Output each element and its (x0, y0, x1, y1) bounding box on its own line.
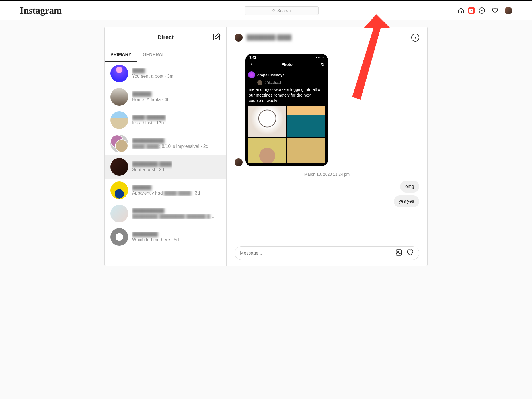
conversation-preview: Which led me here · 5d (132, 237, 179, 242)
message-timestamp: March 10, 2020 11:24 pm (235, 172, 419, 177)
messages-area: 8:42 ▪ ᯤ ▯ 〈 Photo ↻ grapejuiceboys ⋯ (227, 48, 427, 241)
direct-container: Direct PRIMARY GENERAL ████ You sent a p… (104, 27, 428, 266)
conversation-item[interactable]: ██████ Apparently had ████ ████ · 3d (105, 179, 226, 202)
incoming-message: 8:42 ▪ ᯤ ▯ 〈 Photo ↻ grapejuiceboys ⋯ (235, 54, 419, 166)
grid-image (287, 138, 325, 163)
conversation-preview: You sent a post · 3m (132, 74, 173, 79)
activity-heart-icon[interactable] (492, 7, 498, 14)
home-icon[interactable] (457, 7, 464, 14)
message-input[interactable] (240, 251, 391, 256)
post-reply-line: @ikasliwal (245, 80, 328, 87)
search-icon (272, 9, 276, 12)
conversation-panel: Direct PRIMARY GENERAL ████ You sent a p… (105, 27, 227, 266)
post-image-grid (245, 106, 328, 166)
message-input-pill[interactable] (235, 246, 419, 260)
chat-avatar[interactable] (235, 34, 243, 42)
instagram-logo[interactable]: Instagram (20, 5, 105, 16)
back-chevron-icon: 〈 (249, 62, 253, 67)
tab-general[interactable]: GENERAL (137, 48, 171, 62)
conversation-preview: Apparently had ████ ████ · 3d (132, 191, 200, 196)
phone-time: 8:42 (249, 56, 256, 60)
conversation-name: ████ (132, 68, 173, 73)
reply-avatar (257, 80, 262, 85)
refresh-icon: ↻ (321, 62, 324, 67)
avatar (110, 205, 128, 222)
phone-statusbar: 8:42 ▪ ᯤ ▯ (245, 54, 328, 60)
chat-username[interactable]: ████████ ████ (247, 34, 291, 40)
svg-rect-6 (396, 250, 402, 255)
outgoing-message: omg (235, 181, 419, 193)
post-account-name: grapejuiceboys (257, 73, 284, 77)
avatar (110, 65, 128, 82)
conversation-name: ████████ ████ (132, 161, 172, 167)
reply-handle: @ikasliwal (265, 81, 281, 85)
more-icon: ⋯ (322, 73, 325, 77)
chat-panel: ████████ ████ i 8:42 ▪ ᯤ ▯ 〈 Photo ↻ (227, 27, 427, 266)
tab-primary[interactable]: PRIMARY (105, 48, 137, 62)
conversation-list: ████ You sent a post · 3m ██████ Home! A… (105, 62, 226, 266)
profile-avatar[interactable] (505, 7, 512, 14)
chat-header: ████████ ████ i (227, 27, 427, 48)
conversation-name: ████████ (132, 232, 179, 237)
sender-avatar (235, 158, 243, 166)
phone-nav: 〈 Photo ↻ (245, 60, 328, 70)
conversation-item[interactable]: ████████ ████ Sent a post · 2d (105, 155, 226, 179)
conversation-item[interactable]: ████ You sent a post · 3m (105, 62, 226, 85)
conversation-name: ██████████ (132, 208, 217, 213)
avatar (110, 88, 128, 106)
photo-icon[interactable] (395, 249, 402, 257)
conversation-item[interactable]: ████████ Which led me here · 5d (105, 225, 226, 249)
grid-image (248, 106, 286, 137)
conversation-item[interactable]: ████ ██████ It's a blast · 13h (105, 109, 226, 132)
avatar (110, 181, 128, 199)
conversation-item[interactable]: ██████ Home! Atlanta · 4h (105, 85, 226, 109)
conversation-preview: It's a blast · 13h (132, 120, 166, 126)
avatar (110, 135, 128, 152)
compose-button[interactable] (213, 33, 221, 42)
status-icons: ▪ ᯤ ▯ (316, 56, 324, 60)
conversation-item[interactable]: ██████████ ████████ ████████ ██████ ████… (105, 202, 226, 225)
conversation-preview: Sent a post · 2d (132, 167, 172, 172)
post-account-avatar (248, 71, 255, 78)
info-button[interactable]: i (411, 34, 419, 42)
conversation-preview: ████████ ████████ ██████ ████████... · 5… (132, 214, 217, 219)
direct-header: Direct (105, 27, 226, 48)
message-bubble: yes yes (394, 195, 419, 207)
grid-image (248, 138, 286, 163)
outgoing-message: yes yes (235, 195, 419, 207)
post-header: grapejuiceboys ⋯ (245, 70, 328, 80)
conversation-name: ████ ██████ (132, 115, 166, 120)
post-caption: me and my coworkers logging into all of … (245, 87, 328, 106)
message-bubble: omg (400, 181, 419, 193)
conversation-item[interactable]: ██████████ ████ ████: 8/10 is impressive… (105, 132, 226, 155)
composer (227, 241, 427, 266)
grid-image (287, 106, 325, 137)
svg-point-0 (273, 9, 275, 11)
svg-marker-3 (481, 10, 483, 11)
shared-post[interactable]: 8:42 ▪ ᯤ ▯ 〈 Photo ↻ grapejuiceboys ⋯ (245, 54, 328, 166)
phone-nav-title: Photo (281, 62, 293, 67)
conversation-name: ██████████ (132, 138, 208, 143)
search-input[interactable]: Search (245, 6, 319, 15)
conversation-name: ██████ (132, 185, 200, 190)
search-placeholder: Search (277, 8, 291, 13)
explore-icon[interactable] (478, 7, 485, 14)
conversation-preview: Home! Atlanta · 4h (132, 97, 170, 102)
avatar (110, 111, 128, 129)
conversation-name: ██████ (132, 91, 170, 97)
avatar (110, 158, 128, 176)
svg-line-1 (274, 11, 275, 12)
like-heart-icon[interactable] (406, 249, 414, 257)
conversation-preview: ████ ████: 8/10 is impressive! · 2d (132, 144, 208, 149)
avatar (110, 228, 128, 246)
inbox-tabs: PRIMARY GENERAL (105, 48, 226, 62)
top-nav: Instagram Search (0, 1, 532, 20)
direct-messages-icon[interactable] (468, 7, 475, 14)
direct-title: Direct (157, 34, 174, 41)
